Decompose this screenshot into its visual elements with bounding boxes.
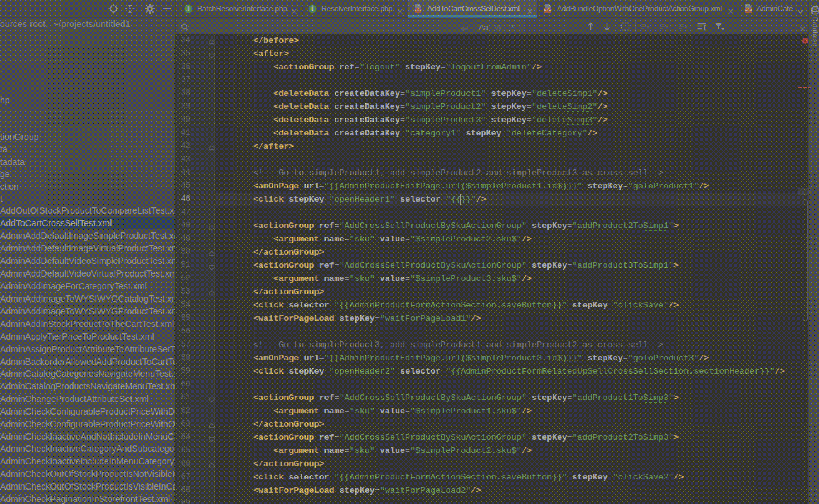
svg-text:</>: </> bbox=[745, 8, 752, 13]
svg-text:</>: </> bbox=[415, 8, 422, 13]
svg-text:</>: </> bbox=[544, 8, 552, 13]
